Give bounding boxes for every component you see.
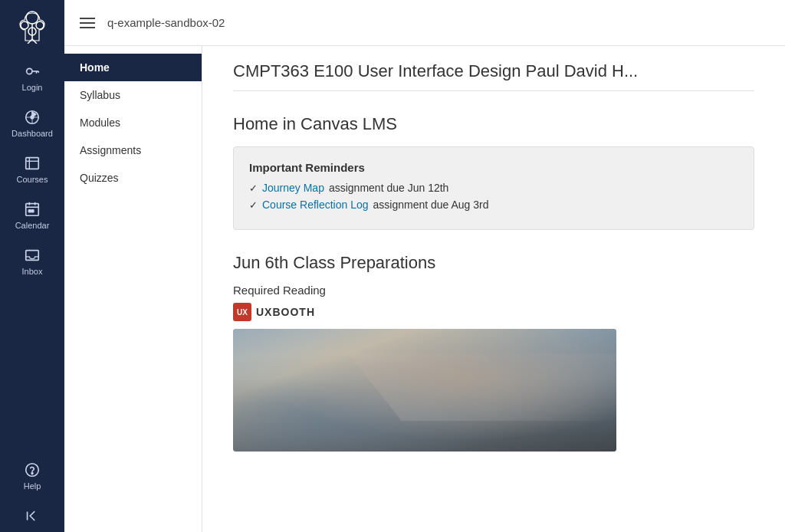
dashboard-icon	[24, 109, 41, 126]
uxbooth-badge: UX UXBOOTH	[233, 303, 754, 321]
course-nav-quizzes[interactable]: Quizzes	[64, 164, 202, 192]
sidebar-item-dashboard-label: Dashboard	[11, 129, 53, 138]
calendar-icon	[24, 201, 41, 218]
course-nav-assignments[interactable]: Assignments	[64, 136, 202, 164]
sidebar-item-inbox[interactable]: Inbox	[0, 238, 64, 284]
page-content[interactable]: CMPT363 E100 User Interface Design Paul …	[202, 46, 785, 532]
prep-title: Jun 6th Class Preparations	[233, 253, 754, 273]
svg-point-2	[36, 21, 44, 29]
reminder-item-2: ✓ Course Reflection Log assignment due A…	[249, 199, 738, 211]
reminders-box: Important Reminders ✓ Journey Map assign…	[233, 146, 754, 230]
reminder-check-2: ✓	[249, 199, 258, 211]
reminder-link-2[interactable]: Course Reflection Log	[262, 199, 369, 211]
svg-line-5	[28, 39, 32, 44]
sidebar-item-calendar[interactable]: Calendar	[0, 192, 64, 238]
collapse-icon	[24, 507, 41, 524]
topbar-app-name: q-example-sandbox-02	[107, 16, 225, 29]
main-area: q-example-sandbox-02 Home Syllabus Modul…	[64, 0, 785, 532]
sidebar-item-courses-label: Courses	[17, 175, 48, 184]
reminder-text-1: assignment due Jun 12th	[329, 182, 448, 194]
article-image[interactable]	[233, 329, 616, 452]
sidebar-item-login-label: Login	[22, 83, 43, 92]
inbox-icon	[24, 247, 41, 264]
course-nav-home[interactable]: Home	[64, 54, 202, 81]
courses-icon	[24, 155, 41, 172]
sidebar-item-dashboard[interactable]: Dashboard	[0, 100, 64, 146]
uxbooth-icon: UX	[233, 303, 251, 321]
sidebar: Login Dashboard Courses Calendar	[0, 0, 64, 532]
uxbooth-name: UXBOOTH	[256, 306, 315, 318]
course-title: CMPT363 E100 User Interface Design Paul …	[233, 61, 754, 91]
article-image-overlay	[233, 329, 616, 452]
sidebar-collapse-button[interactable]	[0, 498, 64, 532]
svg-point-26	[31, 473, 33, 475]
reading-label: Required Reading	[233, 284, 754, 297]
reminder-item-1: ✓ Journey Map assignment due Jun 12th	[249, 182, 738, 194]
topbar: q-example-sandbox-02	[64, 0, 785, 46]
sidebar-item-inbox-label: Inbox	[22, 267, 43, 276]
svg-point-1	[21, 21, 28, 29]
hamburger-line-3	[80, 27, 95, 28]
reminders-title: Important Reminders	[249, 161, 738, 174]
sidebar-bottom: Help	[0, 452, 64, 532]
menu-button[interactable]	[80, 18, 95, 28]
home-section-title: Home in Canvas LMS	[233, 114, 754, 134]
svg-point-7	[27, 68, 32, 74]
hamburger-line-1	[80, 18, 95, 19]
svg-rect-22	[28, 210, 31, 212]
course-nav-syllabus[interactable]: Syllabus	[64, 81, 202, 109]
sidebar-item-help-label: Help	[24, 481, 41, 491]
sidebar-item-calendar-label: Calendar	[15, 221, 50, 230]
hamburger-line-2	[80, 22, 95, 24]
course-nav: Home Syllabus Modules Assignments Quizze…	[64, 46, 202, 532]
key-icon	[24, 63, 41, 80]
sidebar-item-courses[interactable]: Courses	[0, 146, 64, 192]
reminder-check-1: ✓	[249, 182, 258, 194]
reminder-link-1[interactable]: Journey Map	[262, 182, 324, 194]
reminder-text-2: assignment due Aug 3rd	[373, 199, 489, 211]
sidebar-logo	[0, 0, 64, 54]
svg-line-6	[32, 39, 37, 44]
sidebar-item-help[interactable]: Help	[0, 452, 64, 498]
course-nav-modules[interactable]: Modules	[64, 109, 202, 136]
svg-rect-15	[26, 158, 39, 169]
help-icon	[24, 461, 41, 478]
content-area: Home Syllabus Modules Assignments Quizze…	[64, 46, 785, 532]
svg-rect-23	[31, 210, 34, 212]
sidebar-item-login[interactable]: Login	[0, 54, 64, 100]
canvas-logo-icon	[15, 10, 49, 44]
